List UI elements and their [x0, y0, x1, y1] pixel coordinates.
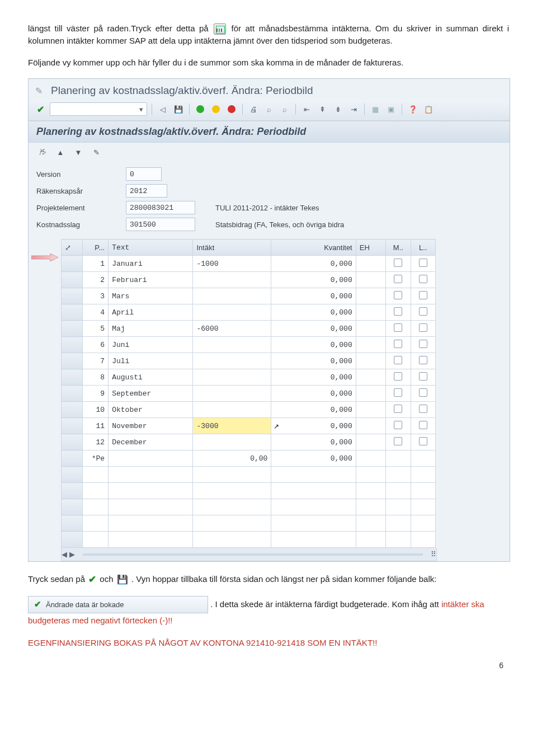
checkbox-icon[interactable]: [419, 291, 427, 299]
next-page-icon[interactable]: ⇟: [332, 103, 344, 115]
table-row[interactable]: 12December0,000: [62, 434, 436, 450]
col-select-header[interactable]: ⤢: [62, 240, 83, 256]
nav-green-icon[interactable]: [194, 103, 206, 115]
toolbar-dropdown[interactable]: ▾: [50, 102, 147, 116]
last-page-icon[interactable]: ⇥: [347, 103, 360, 115]
version-field[interactable]: [126, 167, 162, 181]
cell-eh[interactable]: [356, 386, 385, 402]
cell-intakt[interactable]: [193, 369, 271, 386]
print-icon[interactable]: 🖨: [247, 103, 260, 115]
cell-eh[interactable]: [356, 369, 385, 386]
back-icon[interactable]: ◁: [157, 103, 169, 115]
checkbox-icon[interactable]: [419, 372, 427, 381]
cell-l[interactable]: [411, 418, 435, 434]
row-select[interactable]: [62, 256, 83, 272]
cell-kvant[interactable]: 0,000: [271, 272, 356, 288]
cell-eh[interactable]: [356, 272, 385, 288]
cell-kvant[interactable]: 0,000: [271, 256, 356, 272]
cell-intakt[interactable]: [193, 402, 271, 418]
table-row[interactable]: 2Februari0,000: [62, 272, 436, 288]
cell-l[interactable]: [411, 434, 435, 450]
row-select[interactable]: [62, 369, 83, 386]
table-row[interactable]: 3Mars0,000: [62, 288, 436, 304]
cell-m[interactable]: [386, 434, 411, 450]
col-text[interactable]: Text: [109, 240, 193, 256]
checkbox-icon[interactable]: [394, 388, 402, 397]
find-next-icon[interactable]: ⌕: [279, 103, 291, 115]
checkbox-icon[interactable]: [394, 307, 402, 316]
layout-alt-icon[interactable]: ▣: [385, 103, 397, 115]
table-row[interactable]: 1Januari-10000,000: [62, 256, 436, 272]
cell-kvant[interactable]: 0,000: [271, 369, 356, 386]
row-select[interactable]: [62, 304, 83, 321]
draft-icon[interactable]: ✎: [90, 146, 102, 158]
cell-kvant[interactable]: 0,000: [271, 304, 356, 321]
cell-kvant[interactable]: 0,000: [271, 353, 356, 369]
cell-l[interactable]: [411, 337, 435, 353]
table-row[interactable]: 6Juni0,000: [62, 337, 436, 353]
table-horizontal-scroll[interactable]: ◀ ▶ ⠿: [61, 548, 437, 561]
checkbox-icon[interactable]: [419, 340, 427, 348]
cell-m[interactable]: [386, 418, 411, 434]
kostnad-field[interactable]: [126, 218, 195, 231]
col-kvant[interactable]: Kvantitet: [271, 240, 356, 256]
checkbox-icon[interactable]: [419, 275, 427, 283]
projekt-field[interactable]: [126, 201, 195, 214]
cell-l[interactable]: [411, 272, 435, 288]
checkbox-icon[interactable]: [394, 405, 402, 413]
col-m[interactable]: M..: [386, 240, 411, 256]
checkbox-icon[interactable]: [419, 437, 427, 445]
checkbox-icon[interactable]: [419, 388, 427, 397]
table-row[interactable]: 10Oktober0,000: [62, 402, 436, 418]
cell-l[interactable]: [411, 256, 435, 272]
cell-eh[interactable]: [356, 418, 385, 434]
cell-l[interactable]: [411, 353, 435, 369]
col-period[interactable]: P...: [82, 240, 109, 256]
prev-page-icon[interactable]: ⇞: [316, 103, 328, 115]
checkbox-icon[interactable]: [394, 275, 402, 283]
col-intakt[interactable]: Intäkt: [193, 240, 271, 256]
cell-kvant[interactable]: 0,000: [271, 337, 356, 353]
scroll-right-icon[interactable]: ▶: [69, 550, 75, 558]
cell-m[interactable]: [386, 450, 411, 467]
row-select[interactable]: [62, 321, 83, 337]
cell-l[interactable]: [411, 321, 435, 337]
cell-m[interactable]: [386, 288, 411, 304]
cell-intakt[interactable]: [193, 337, 271, 353]
find-icon[interactable]: ⌕: [263, 103, 275, 115]
cell-m[interactable]: [386, 256, 411, 272]
table-row[interactable]: 9September0,000: [62, 386, 436, 402]
cell-m[interactable]: [386, 337, 411, 353]
cell-m[interactable]: [386, 321, 411, 337]
cell-kvant[interactable]: 0,000: [271, 434, 356, 450]
cell-eh[interactable]: [356, 337, 385, 353]
cell-intakt[interactable]: -1000: [193, 256, 271, 272]
cell-m[interactable]: [386, 353, 411, 369]
table-row[interactable]: 11November-30000,000: [62, 418, 436, 434]
checkbox-icon[interactable]: [394, 437, 402, 445]
save-icon[interactable]: 💾: [172, 103, 185, 115]
cell-kvant[interactable]: 0,000: [271, 288, 356, 304]
check-icon[interactable]: ✔: [34, 103, 46, 115]
cell-l[interactable]: [411, 450, 435, 467]
checkbox-icon[interactable]: [394, 340, 402, 348]
row-select[interactable]: [62, 418, 83, 434]
cell-intakt[interactable]: 0,00: [193, 450, 271, 467]
cell-intakt[interactable]: [193, 304, 271, 321]
cell-eh[interactable]: [356, 304, 385, 321]
cell-intakt[interactable]: -6000: [193, 321, 271, 337]
checkbox-icon[interactable]: [394, 259, 402, 267]
checkbox-icon[interactable]: [419, 307, 427, 316]
cell-m[interactable]: [386, 304, 411, 321]
checkbox-icon[interactable]: [394, 323, 402, 332]
cell-l[interactable]: [411, 288, 435, 304]
table-row[interactable]: 7Juli0,000: [62, 353, 436, 369]
row-select[interactable]: [62, 386, 83, 402]
table-row[interactable]: 5Maj-60000,000: [62, 321, 436, 337]
row-select[interactable]: [62, 353, 83, 369]
cell-eh[interactable]: [356, 434, 385, 450]
cell-kvant[interactable]: 0,000: [271, 418, 356, 434]
cell-m[interactable]: [386, 272, 411, 288]
cell-eh[interactable]: [356, 321, 385, 337]
col-eh[interactable]: EH: [356, 240, 385, 256]
